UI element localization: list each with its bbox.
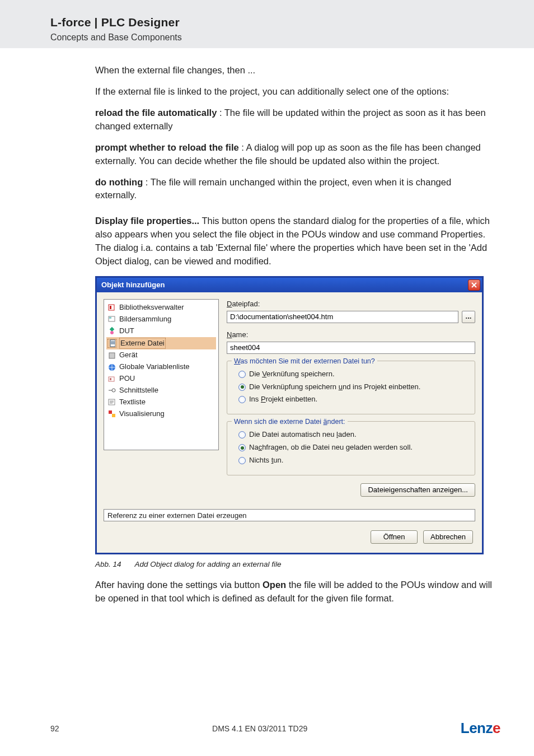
list-item-label: DUT: [119, 326, 134, 337]
dialog-footer: Öffnen Abbrechen: [97, 525, 482, 553]
dialog-title: Objekt hinzufügen: [101, 280, 165, 291]
page-header: L-force | PLC Designer Concepts and Base…: [0, 0, 534, 48]
props-button-row: Dateieigenschaften anzeigen...: [227, 483, 475, 497]
list-item-label: Textliste: [119, 397, 146, 408]
svg-rect-6: [110, 340, 115, 347]
list-item[interactable]: Bildersammlung: [106, 314, 216, 325]
figure-caption: Abb. 14 Add Object dialog for adding an …: [95, 559, 495, 570]
name-label: Name:: [227, 330, 475, 340]
svg-rect-1: [110, 306, 111, 309]
lenze-logo: Lenze: [461, 720, 500, 737]
page-number: 92: [50, 724, 59, 733]
para-after-open: After having done the settings via butto…: [95, 578, 495, 605]
radio-label: Die Datei automatisch neu laden.: [249, 430, 357, 440]
list-item-label: Bibliotheksverwalter: [119, 302, 184, 313]
interface-icon: [107, 386, 116, 395]
para-when: When the external file changes, then ...: [95, 64, 495, 77]
svg-point-11: [112, 389, 115, 392]
list-item-label: Bildersammlung: [119, 314, 171, 325]
list-item[interactable]: Visualisierung: [106, 408, 216, 420]
list-item-label: Visualisierung: [119, 409, 165, 419]
radio-label: Ins Projekt einbetten.: [249, 394, 317, 405]
body-content: When the external file changes, then ...…: [0, 48, 534, 605]
strong-reload: reload the file automatically: [95, 108, 217, 118]
para-nothing: do nothing : The file will remain unchan…: [95, 176, 495, 203]
name-input[interactable]: [227, 342, 475, 354]
radio-icon: [238, 396, 246, 403]
globals-icon: [107, 363, 116, 372]
list-item-label: Globale Variablenliste: [119, 362, 190, 372]
dialog-figure: Objekt hinzufügen Bibliotheksverwalter B…: [95, 276, 495, 554]
list-item-selected[interactable]: Externe Datei: [106, 337, 216, 350]
svg-rect-10: [110, 378, 111, 380]
radio-save-embed[interactable]: Die Verknüpfung speichern und ins Projek…: [238, 382, 468, 393]
list-item[interactable]: Gerät: [106, 349, 216, 361]
list-item[interactable]: Globale Variablenliste: [106, 361, 216, 373]
library-icon: [107, 303, 116, 312]
svg-rect-7: [109, 353, 115, 358]
close-icon: [471, 282, 477, 288]
text-a: After having done the settings via butto…: [95, 580, 263, 590]
add-object-dialog: Objekt hinzufügen Bibliotheksverwalter B…: [95, 276, 484, 554]
status-bar: Referenz zu einer externen Datei erzeuge…: [104, 509, 475, 521]
para-prompt: prompt whether to reload the file : A di…: [95, 141, 495, 168]
external-file-icon: [107, 339, 116, 348]
pou-icon: [107, 375, 116, 384]
radio-save-link[interactable]: Die Verknüfung speichern.: [238, 369, 468, 380]
list-item-label: Externe Datei: [119, 338, 166, 349]
radio-embed[interactable]: Ins Projekt einbetten.: [238, 394, 468, 405]
svg-rect-13: [109, 410, 112, 414]
doc-id: DMS 4.1 EN 03/2011 TD29: [212, 724, 307, 733]
textlist-icon: [107, 398, 116, 407]
radio-auto-reload[interactable]: Die Datei automatisch neu laden.: [238, 430, 468, 440]
path-input[interactable]: [227, 311, 458, 323]
radio-label: Nichts tun.: [249, 455, 283, 466]
open-button[interactable]: Öffnen: [371, 530, 418, 544]
text-nothing: : The file will remain unchanged within …: [95, 177, 451, 200]
svg-point-5: [110, 331, 114, 334]
list-item[interactable]: Bibliotheksverwalter: [106, 302, 216, 314]
page-title: L-force | PLC Designer: [50, 16, 512, 29]
radio-icon: [238, 444, 246, 451]
path-label: Dateipfad:: [227, 299, 475, 310]
device-icon: [107, 351, 116, 360]
close-button[interactable]: [468, 279, 480, 291]
svg-rect-3: [109, 317, 111, 319]
list-item[interactable]: DUT: [106, 325, 216, 337]
right-pane: Dateipfad: ... Name: Was möchten Sie mit…: [227, 299, 475, 497]
list-item-label: Gerät: [119, 350, 138, 361]
page-subtitle: Concepts and Base Components: [50, 32, 512, 43]
images-icon: [107, 315, 116, 324]
page-footer: 92 DMS 4.1 EN 03/2011 TD29 Lenze: [0, 720, 534, 737]
radio-label: Nachfragen, ob die Datei neu geladen wer…: [249, 442, 413, 453]
list-item-label: Schnittstelle: [119, 385, 158, 396]
para-options: If the external file is linked to the pr…: [95, 85, 495, 99]
list-item[interactable]: POU: [106, 373, 216, 385]
strong-prompt: prompt whether to reload the file: [95, 142, 239, 152]
browse-button[interactable]: ...: [462, 311, 475, 323]
dialog-titlebar[interactable]: Objekt hinzufügen: [97, 278, 482, 292]
caption-text: Add Object dialog for adding an external…: [135, 559, 282, 570]
dialog-body: Bibliotheksverwalter Bildersammlung DUT …: [97, 292, 482, 503]
dut-icon: [107, 326, 116, 335]
para-display-props: Display file properties... This button o…: [95, 214, 495, 268]
radio-icon: [238, 384, 246, 391]
radio-label: Die Verknüpfung speichern und ins Projek…: [249, 382, 420, 393]
svg-rect-4: [110, 327, 114, 332]
list-item[interactable]: Textliste: [106, 396, 216, 408]
cancel-button[interactable]: Abbrechen: [423, 530, 473, 544]
show-file-properties-button[interactable]: Dateieigenschaften anzeigen...: [360, 483, 475, 497]
visualization-icon: [107, 409, 116, 418]
strong-open: Open: [263, 580, 286, 590]
object-type-list[interactable]: Bibliotheksverwalter Bildersammlung DUT …: [104, 299, 219, 450]
group-action: Was möchten Sie mit der externen Datei t…: [227, 361, 475, 415]
list-item-label: POU: [119, 374, 135, 384]
strong-nothing: do nothing: [95, 177, 143, 187]
list-item[interactable]: Schnittstelle: [106, 385, 216, 396]
radio-icon: [238, 431, 246, 438]
group-onchange-legend: Wenn sich die externe Datei ändert:: [232, 417, 348, 427]
radio-do-nothing[interactable]: Nichts tun.: [238, 455, 468, 466]
radio-ask-reload[interactable]: Nachfragen, ob die Datei neu geladen wer…: [238, 442, 468, 453]
caption-number: Abb. 14: [95, 559, 121, 570]
para-reload: reload the file automatically : The file…: [95, 106, 495, 133]
